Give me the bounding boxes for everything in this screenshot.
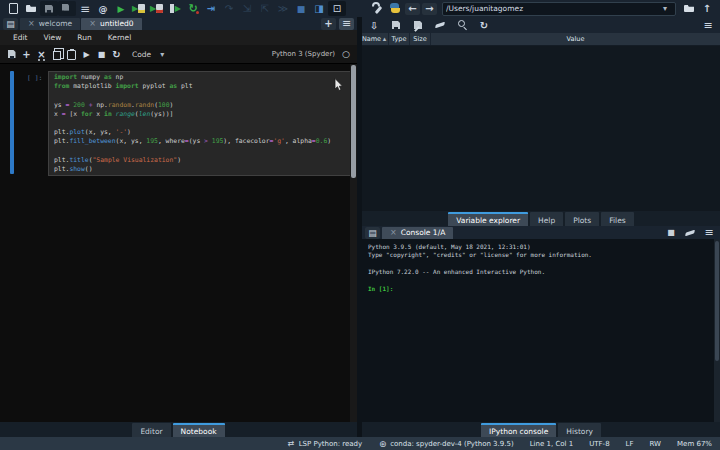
close-icon[interactable] xyxy=(28,20,35,28)
tab-welcome[interactable]: welcome xyxy=(20,18,80,30)
scrollbar-thumb[interactable] xyxy=(715,241,719,361)
notebook-content[interactable]: [ ]: import numpy as npfrom matplotlib i… xyxy=(0,64,357,422)
step-into-button[interactable] xyxy=(238,1,256,16)
environment-status[interactable]: conda: spyder-dev-4 (Python 3.9.5) xyxy=(378,439,514,448)
pythonpath-button[interactable] xyxy=(386,1,404,16)
menu-run[interactable]: Run xyxy=(70,33,98,42)
run-cell-advance-button[interactable] xyxy=(148,1,166,16)
column-header-size[interactable]: Size xyxy=(410,33,431,45)
restart-kernel-button[interactable] xyxy=(109,47,124,62)
step-over-icon xyxy=(222,2,236,15)
lsp-status: LSP Python: ready xyxy=(287,439,363,448)
play-icon xyxy=(80,48,94,61)
search-variables-button[interactable] xyxy=(453,18,471,33)
close-icon[interactable] xyxy=(390,229,397,237)
console-scrollbar[interactable] xyxy=(714,239,720,422)
save-notebook-button[interactable] xyxy=(4,47,19,62)
code-line: from matplotlib import pyplot as plt xyxy=(54,82,350,91)
tab-console-1a[interactable]: Console 1/A xyxy=(382,227,453,239)
new-tab-button[interactable] xyxy=(321,18,336,30)
tab-ipython-console[interactable]: IPython console xyxy=(481,423,556,437)
remove-variables-button[interactable] xyxy=(431,18,449,33)
chevron-down-icon[interactable] xyxy=(658,2,672,15)
add-cell-button[interactable] xyxy=(19,47,34,62)
working-directory-input[interactable] xyxy=(446,4,658,13)
run-file-icon xyxy=(114,2,128,15)
step-into-icon xyxy=(240,2,254,15)
tab-untitled0[interactable]: untitled0 xyxy=(81,18,141,30)
continue-button[interactable] xyxy=(274,1,292,16)
tab-variable-explorer[interactable]: Variable explorer xyxy=(448,212,528,226)
parent-directory-button[interactable] xyxy=(698,1,716,16)
paste-cells-button[interactable] xyxy=(64,47,79,62)
column-header-name[interactable]: Name xyxy=(362,33,389,45)
ipython-console[interactable]: Python 3.9.5 (default, May 18 2021, 12:3… xyxy=(362,239,720,422)
interrupt-kernel-button[interactable] xyxy=(94,47,109,62)
cells-button[interactable] xyxy=(76,1,94,16)
import-icon xyxy=(367,19,381,32)
open-file-button[interactable] xyxy=(22,1,40,16)
run-file-button[interactable] xyxy=(112,1,130,16)
notebook-scrollbar[interactable] xyxy=(350,64,357,422)
debug-file-button[interactable] xyxy=(202,1,220,16)
copy-cells-button[interactable] xyxy=(49,47,64,62)
chevron-down-icon[interactable] xyxy=(155,48,169,61)
menu-view[interactable]: View xyxy=(37,33,69,42)
maximize-pane-button[interactable] xyxy=(310,1,328,16)
column-header-type[interactable]: Type xyxy=(389,33,410,45)
save-data-button[interactable] xyxy=(387,18,405,33)
browse-console-tabs-button[interactable] xyxy=(365,227,380,239)
save-icon xyxy=(5,48,19,61)
new-file-button[interactable] xyxy=(4,1,22,16)
console-options-button[interactable] xyxy=(700,225,718,240)
cut-cells-button[interactable] xyxy=(34,47,49,62)
status-bar: LSP Python: ready conda: spyder-dev-4 (P… xyxy=(0,437,720,450)
refresh-variables-button[interactable] xyxy=(475,18,493,33)
restart-and-run-button[interactable] xyxy=(184,1,202,16)
close-icon[interactable] xyxy=(89,20,96,28)
stop-debug-button[interactable] xyxy=(292,1,310,16)
back-button[interactable] xyxy=(405,3,420,15)
forward-button[interactable] xyxy=(422,3,437,15)
step-return-button[interactable] xyxy=(256,1,274,16)
eol-status: LF xyxy=(626,440,634,448)
lsp-label: LSP Python: ready xyxy=(299,440,363,448)
variable-explorer-table[interactable] xyxy=(362,46,720,211)
run-cell-advance-icon xyxy=(150,2,164,15)
find-symbols-button[interactable] xyxy=(94,1,112,16)
search-icon xyxy=(455,19,469,32)
import-data-button[interactable] xyxy=(365,18,383,33)
save-file-button[interactable] xyxy=(40,1,58,16)
scrollbar-thumb[interactable] xyxy=(351,65,356,178)
main-toolbar xyxy=(0,0,720,17)
cell-type-dropdown[interactable]: Code xyxy=(132,50,151,59)
tab-plots[interactable]: Plots xyxy=(565,212,599,226)
variable-explorer-options-button[interactable] xyxy=(699,18,717,33)
tab-editor[interactable]: Editor xyxy=(132,423,170,437)
hamburger-icon xyxy=(701,19,715,32)
fullscreen-button[interactable] xyxy=(328,1,346,16)
tab-notebook[interactable]: Notebook xyxy=(173,423,225,437)
run-cell-button[interactable] xyxy=(79,47,94,62)
clear-console-button[interactable] xyxy=(681,225,699,240)
save-all-button[interactable] xyxy=(58,1,76,16)
interrupt-kernel-button[interactable] xyxy=(662,225,680,240)
working-directory-field[interactable] xyxy=(442,2,676,16)
column-header-value[interactable]: Value xyxy=(431,33,720,45)
tab-history[interactable]: History xyxy=(558,423,601,437)
menu-kernel[interactable]: Kernel xyxy=(101,33,139,42)
tab-label: IPython console xyxy=(489,427,548,436)
save-data-as-button[interactable] xyxy=(409,18,427,33)
menu-edit[interactable]: Edit xyxy=(6,33,35,42)
code-line: ys = 200 + np.random.randn(100) xyxy=(54,101,350,110)
tab-options-button[interactable] xyxy=(339,18,354,30)
step-over-button[interactable] xyxy=(220,1,238,16)
open-directory-button[interactable] xyxy=(680,1,698,16)
run-cell-button[interactable] xyxy=(130,1,148,16)
run-selection-button[interactable] xyxy=(166,1,184,16)
tab-files[interactable]: Files xyxy=(601,212,633,226)
preferences-button[interactable] xyxy=(368,1,386,16)
browse-tabs-button[interactable] xyxy=(3,18,18,30)
tab-help[interactable]: Help xyxy=(530,212,563,226)
code-cell[interactable]: import numpy as npfrom matplotlib import… xyxy=(48,71,351,176)
